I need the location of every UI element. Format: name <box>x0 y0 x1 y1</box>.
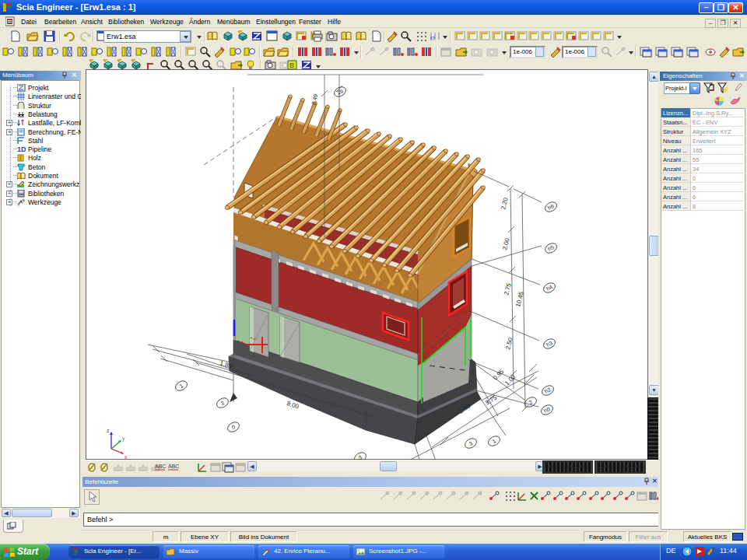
svg-text:h2: h2 <box>544 387 552 394</box>
svg-text:1: 1 <box>492 438 497 444</box>
svg-text:1D: 1D <box>17 145 26 153</box>
svg-text:z: z <box>107 428 109 433</box>
svg-text:h4: h4 <box>545 284 553 292</box>
svg-text:2.49: 2.49 <box>310 93 318 105</box>
svg-text:0: 0 <box>231 424 237 430</box>
svg-text:y: y <box>122 436 125 442</box>
svg-text:2b: 2b <box>336 88 344 96</box>
svg-text:ABC: ABC <box>155 464 166 469</box>
svg-text:h5: h5 <box>547 244 555 252</box>
svg-text:ABC: ABC <box>168 464 179 469</box>
svg-text:x: x <box>124 454 128 460</box>
svg-text:1: 1 <box>179 383 184 389</box>
svg-text:B: B <box>289 61 294 69</box>
svg-text:h3: h3 <box>545 340 553 348</box>
svg-text:h0: h0 <box>543 406 551 414</box>
svg-text:2: 2 <box>220 400 226 406</box>
svg-text:3: 3 <box>468 440 474 446</box>
svg-text:2.00: 2.00 <box>501 237 511 251</box>
svg-text:I?: I? <box>430 36 435 41</box>
svg-text:0.95: 0.95 <box>492 368 506 382</box>
svg-text:1.00: 1.00 <box>503 373 517 387</box>
svg-text:h6: h6 <box>547 203 555 211</box>
svg-text:2.75: 2.75 <box>503 282 513 296</box>
svg-text:2.20: 2.20 <box>500 197 510 211</box>
